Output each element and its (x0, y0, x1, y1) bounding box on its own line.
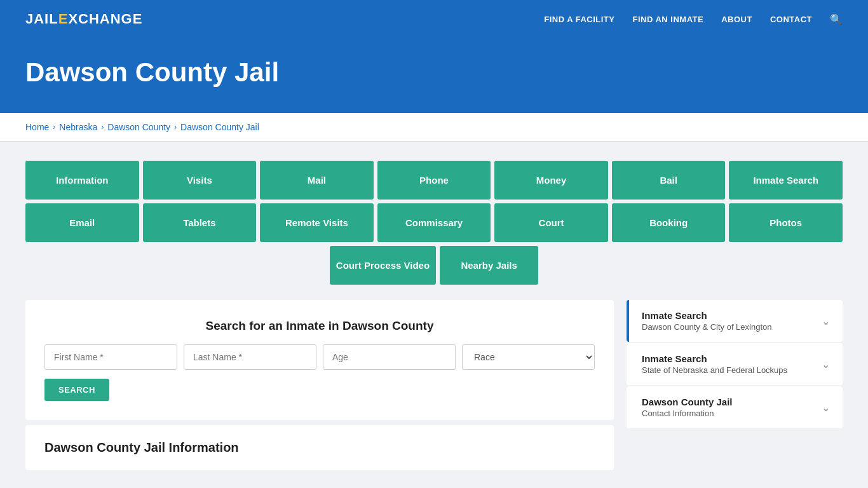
search-title: Search for an Inmate in Dawson County (44, 319, 595, 333)
btn-phone[interactable]: Phone (377, 161, 491, 200)
last-name-input[interactable] (184, 344, 316, 370)
breadcrumb-bar: Home › Nebraska › Dawson County › Dawson… (0, 113, 868, 142)
breadcrumb-current[interactable]: Dawson County Jail (180, 122, 259, 132)
race-select[interactable]: Race White Black Hispanic Asian Other (462, 344, 595, 370)
sidebar-card-title-block-3: Dawson County Jail Contact Information (642, 396, 733, 418)
btn-bail[interactable]: Bail (612, 161, 726, 200)
sidebar-card-subtitle-1: Dawson County & City of Lexington (642, 322, 772, 332)
btn-information[interactable]: Information (25, 161, 139, 200)
search-fields: Race White Black Hispanic Asian Other (44, 344, 595, 370)
nav-contact[interactable]: CONTACT (770, 15, 812, 24)
btn-visits[interactable]: Visits (143, 161, 257, 200)
breadcrumb-nebraska[interactable]: Nebraska (59, 122, 97, 132)
button-grid-row3: Court Process Video Nearby Jails (25, 246, 843, 285)
logo[interactable]: JAILEXCHANGE (25, 11, 142, 27)
sidebar-card-title-block-2: Inmate Search State of Nebraska and Fede… (642, 353, 787, 375)
info-section-title: Dawson County Jail Information (44, 440, 595, 455)
btn-photos[interactable]: Photos (729, 203, 843, 242)
sidebar-card-title-1: Inmate Search (642, 310, 772, 321)
chevron-down-icon-2: ⌄ (822, 358, 830, 370)
first-name-input[interactable] (44, 344, 177, 370)
hero-section: Dawson County Jail (0, 38, 868, 113)
logo-jail: JAIL (25, 11, 58, 27)
breadcrumb-sep-1: › (53, 123, 55, 132)
btn-court-process-video[interactable]: Court Process Video (330, 246, 436, 285)
info-section: Dawson County Jail Information (25, 425, 614, 470)
breadcrumb-sep-3: › (174, 123, 177, 132)
breadcrumb: Home › Nebraska › Dawson County › Dawson… (25, 122, 843, 132)
btn-email[interactable]: Email (25, 203, 139, 242)
nav-about[interactable]: ABOUT (721, 15, 752, 24)
sidebar-card-header-2[interactable]: Inmate Search State of Nebraska and Fede… (627, 343, 843, 385)
sidebar-card-title-block-1: Inmate Search Dawson County & City of Le… (642, 310, 772, 332)
main-content: Information Visits Mail Phone Money Bail… (0, 142, 868, 488)
breadcrumb-sep-2: › (101, 123, 104, 132)
chevron-down-icon-1: ⌄ (822, 315, 830, 327)
sidebar-card-subtitle-2: State of Nebraska and Federal Lockups (642, 365, 787, 375)
breadcrumb-home[interactable]: Home (25, 122, 49, 132)
sidebar-card-title-2: Inmate Search (642, 353, 787, 364)
left-column: Search for an Inmate in Dawson County Ra… (25, 300, 614, 470)
logo-change: XCHANGE (68, 11, 142, 27)
sidebar-card-3: Dawson County Jail Contact Information ⌄ (627, 386, 843, 428)
page-title: Dawson County Jail (25, 57, 843, 88)
button-grid-row1: Information Visits Mail Phone Money Bail… (25, 161, 843, 200)
btn-commissary[interactable]: Commissary (377, 203, 491, 242)
header: JAILEXCHANGE FIND A FACILITY FIND AN INM… (0, 0, 868, 38)
btn-money[interactable]: Money (494, 161, 608, 200)
chevron-down-icon-3: ⌄ (822, 402, 830, 414)
content-layout: Search for an Inmate in Dawson County Ra… (25, 300, 843, 470)
nav-find-inmate[interactable]: FIND AN INMATE (632, 15, 703, 24)
btn-remote-visits[interactable]: Remote Visits (260, 203, 374, 242)
sidebar-card-subtitle-3: Contact Information (642, 409, 733, 418)
nav-find-facility[interactable]: FIND A FACILITY (544, 15, 614, 24)
breadcrumb-dawson-county[interactable]: Dawson County (107, 122, 170, 132)
sidebar-card-header-3[interactable]: Dawson County Jail Contact Information ⌄ (627, 386, 843, 428)
sidebar-card-header-1[interactable]: Inmate Search Dawson County & City of Le… (627, 300, 843, 342)
sidebar: Inmate Search Dawson County & City of Le… (627, 300, 843, 430)
main-nav: FIND A FACILITY FIND AN INMATE ABOUT CON… (544, 13, 843, 25)
button-grid-row2: Email Tablets Remote Visits Commissary C… (25, 203, 843, 242)
btn-booking[interactable]: Booking (612, 203, 726, 242)
btn-court[interactable]: Court (494, 203, 608, 242)
btn-nearby-jails[interactable]: Nearby Jails (440, 246, 538, 285)
search-button[interactable]: SEARCH (44, 379, 109, 401)
logo-x: E (58, 11, 69, 27)
btn-inmate-search[interactable]: Inmate Search (729, 161, 843, 200)
sidebar-card-title-3: Dawson County Jail (642, 396, 733, 407)
btn-mail[interactable]: Mail (260, 161, 374, 200)
search-icon-button[interactable]: 🔍 (830, 13, 843, 25)
btn-tablets[interactable]: Tablets (143, 203, 257, 242)
sidebar-card-2: Inmate Search State of Nebraska and Fede… (627, 343, 843, 385)
age-input[interactable] (323, 344, 456, 370)
inmate-search-box: Search for an Inmate in Dawson County Ra… (25, 300, 614, 420)
sidebar-card-1: Inmate Search Dawson County & City of Le… (627, 300, 843, 342)
